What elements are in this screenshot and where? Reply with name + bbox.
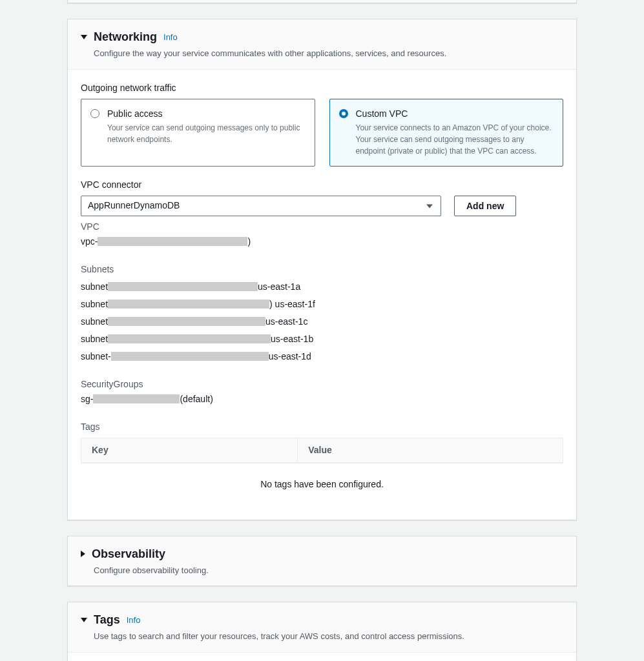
networking-desc: Configure the way your service communica…: [94, 47, 563, 60]
subnets-label: Subnets: [81, 263, 563, 276]
tags-panel: Tags Info Use tags to search and filter …: [67, 602, 577, 661]
subnet-row: subnet) us-east-1f: [81, 298, 563, 311]
networking-panel: Networking Info Configure the way your s…: [67, 19, 577, 520]
subnet-row: subnet us-east-1b: [81, 332, 563, 346]
vpc-connector-label: VPC connector: [81, 178, 441, 192]
networking-info-link[interactable]: Info: [163, 31, 178, 44]
security-groups-label: SecurityGroups: [81, 378, 563, 391]
custom-vpc-option[interactable]: Custom VPC Your service connects to an A…: [329, 99, 564, 167]
chevron-right-icon: [81, 551, 85, 557]
radio-icon: [339, 109, 348, 118]
subnet-row: subnet us-east-1c: [81, 315, 563, 329]
vpc-value: vpc-): [81, 235, 563, 249]
subnet-row: subnet us-east-1a: [81, 280, 563, 294]
radio-icon: [90, 109, 99, 118]
chevron-down-icon: [81, 618, 87, 622]
custom-vpc-title: Custom VPC: [356, 107, 554, 121]
subnet-row: subnet- us-east-1d: [81, 350, 563, 363]
observability-desc: Configure observability tooling.: [94, 564, 563, 577]
chevron-down-icon: [81, 35, 87, 39]
add-new-button[interactable]: Add new: [454, 196, 516, 216]
vpc-label: VPC: [81, 220, 563, 234]
chevron-down-icon: [426, 204, 433, 208]
security-group-value: sg- (default): [81, 392, 563, 406]
networking-header[interactable]: Networking Info Configure the way your s…: [68, 19, 576, 70]
tags-empty-message: No tags have been configured.: [81, 463, 563, 505]
observability-header[interactable]: Observability Configure observability to…: [68, 536, 576, 586]
networking-title: Networking: [94, 28, 157, 46]
custom-vpc-desc: Your service connects to an Amazon VPC o…: [356, 122, 554, 157]
public-access-option[interactable]: Public access Your service can send outg…: [81, 99, 315, 167]
tags-value-col: Value: [298, 438, 563, 462]
tags-table: Key Value: [81, 438, 563, 463]
subnets-list: subnet us-east-1a subnet) us-east-1f sub…: [81, 280, 563, 363]
public-access-title: Public access: [107, 107, 306, 121]
outgoing-traffic-label: Outgoing network traffic: [81, 81, 563, 95]
observability-panel: Observability Configure observability to…: [67, 536, 577, 587]
tags-desc: Use tags to search and filter your resou…: [94, 630, 563, 643]
tags-key-col: Key: [81, 438, 298, 462]
tags-header[interactable]: Tags Info Use tags to search and filter …: [68, 602, 576, 653]
vpc-connector-value: AppRunnerDynamoDB: [88, 199, 180, 212]
tags-info-link[interactable]: Info: [127, 614, 141, 627]
tags-title: Tags: [94, 611, 120, 629]
observability-title: Observability: [92, 545, 165, 563]
public-access-desc: Your service can send outgoing messages …: [107, 122, 306, 145]
vpc-connector-select[interactable]: AppRunnerDynamoDB: [81, 196, 441, 216]
tags-label: Tags: [81, 420, 563, 434]
